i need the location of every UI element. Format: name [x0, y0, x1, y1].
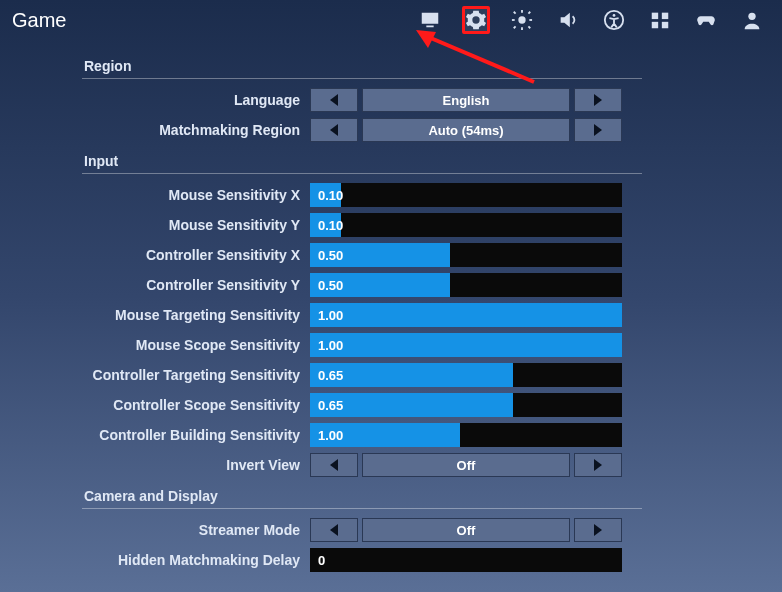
sensitivity-slider[interactable]: 1.00 [310, 303, 622, 327]
streamer-value[interactable]: Off [362, 518, 570, 542]
svg-line-7 [528, 12, 530, 14]
sensitivity-label: Mouse Targeting Sensitivity [82, 307, 310, 323]
language-value[interactable]: English [362, 88, 570, 112]
input-bindings-icon[interactable] [646, 6, 674, 34]
invert-next-button[interactable] [574, 453, 622, 477]
row-language: Language English [82, 85, 642, 115]
label-invert-view: Invert View [82, 457, 310, 473]
sensitivity-label: Controller Targeting Sensitivity [82, 367, 310, 383]
sensitivity-label: Mouse Sensitivity X [82, 187, 310, 203]
invert-prev-button[interactable] [310, 453, 358, 477]
account-icon[interactable] [738, 6, 766, 34]
streamer-prev-button[interactable] [310, 518, 358, 542]
row-sensitivity: Mouse Sensitivity Y0.10 [82, 210, 642, 240]
content-area: Region Language English Matchmaking Regi… [0, 42, 782, 592]
section-camera-display: Camera and Display [82, 484, 642, 509]
matchmaking-value[interactable]: Auto (54ms) [362, 118, 570, 142]
sensitivity-slider[interactable]: 1.00 [310, 333, 622, 357]
sensitivity-label: Controller Sensitivity X [82, 247, 310, 263]
page-title: Game [8, 9, 66, 32]
hidden-delay-input[interactable]: 0 [310, 548, 622, 572]
matchmaking-next-button[interactable] [574, 118, 622, 142]
row-sensitivity: Mouse Targeting Sensitivity1.00 [82, 300, 642, 330]
language-prev-button[interactable] [310, 88, 358, 112]
svg-line-5 [514, 12, 516, 14]
row-sensitivity: Controller Scope Sensitivity0.65 [82, 390, 642, 420]
sensitivity-value: 0.65 [310, 398, 343, 413]
row-matchmaking-region: Matchmaking Region Auto (54ms) [82, 115, 642, 145]
sensitivity-label: Mouse Scope Sensitivity [82, 337, 310, 353]
sensitivity-label: Controller Scope Sensitivity [82, 397, 310, 413]
svg-point-0 [518, 16, 525, 23]
label-hidden-delay: Hidden Matchmaking Delay [82, 552, 310, 568]
svg-rect-11 [652, 13, 658, 19]
accessibility-icon[interactable] [600, 6, 628, 34]
row-hidden-matchmaking-delay: Hidden Matchmaking Delay 0 [82, 545, 642, 572]
row-sensitivity: Controller Sensitivity Y0.50 [82, 270, 642, 300]
hidden-delay-value: 0 [318, 553, 325, 568]
gear-icon[interactable] [462, 6, 490, 34]
row-sensitivity: Controller Targeting Sensitivity0.65 [82, 360, 642, 390]
sensitivity-slider[interactable]: 0.50 [310, 243, 622, 267]
label-streamer-mode: Streamer Mode [82, 522, 310, 538]
matchmaking-prev-button[interactable] [310, 118, 358, 142]
sensitivity-slider[interactable]: 0.10 [310, 183, 622, 207]
sensitivity-slider[interactable]: 0.65 [310, 393, 622, 417]
sensitivity-value: 0.50 [310, 278, 343, 293]
sensitivity-value: 1.00 [310, 308, 343, 323]
sensitivity-slider[interactable]: 0.50 [310, 273, 622, 297]
svg-point-15 [748, 13, 755, 20]
streamer-next-button[interactable] [574, 518, 622, 542]
row-sensitivity: Controller Building Sensitivity1.00 [82, 420, 642, 450]
label-language: Language [82, 92, 310, 108]
sensitivity-value: 0.10 [310, 188, 343, 203]
row-sensitivity: Mouse Scope Sensitivity1.00 [82, 330, 642, 360]
topbar: Game [0, 0, 782, 40]
sensitivity-value: 1.00 [310, 338, 343, 353]
svg-rect-12 [662, 13, 668, 19]
svg-rect-13 [652, 22, 658, 28]
sensitivity-label: Mouse Sensitivity Y [82, 217, 310, 233]
sensitivity-slider[interactable]: 0.65 [310, 363, 622, 387]
section-input: Input [82, 149, 642, 174]
svg-point-10 [613, 14, 616, 17]
audio-icon[interactable] [554, 6, 582, 34]
sensitivity-slider[interactable]: 1.00 [310, 423, 622, 447]
row-sensitivity: Mouse Sensitivity X0.10 [82, 180, 642, 210]
section-region: Region [82, 54, 642, 79]
svg-rect-14 [662, 22, 668, 28]
sensitivity-label: Controller Building Sensitivity [82, 427, 310, 443]
language-next-button[interactable] [574, 88, 622, 112]
settings-panel: Region Language English Matchmaking Regi… [82, 54, 642, 572]
svg-line-6 [528, 26, 530, 28]
row-invert-view: Invert View Off [82, 450, 642, 480]
sensitivity-value: 0.50 [310, 248, 343, 263]
sensitivity-value: 0.65 [310, 368, 343, 383]
invert-value[interactable]: Off [362, 453, 570, 477]
display-icon[interactable] [416, 6, 444, 34]
label-matchmaking-region: Matchmaking Region [82, 122, 310, 138]
sensitivity-value: 0.10 [310, 218, 343, 233]
controller-icon[interactable] [692, 6, 720, 34]
row-streamer-mode: Streamer Mode Off [82, 515, 642, 545]
brightness-icon[interactable] [508, 6, 536, 34]
settings-tabs [416, 6, 774, 34]
svg-line-8 [514, 26, 516, 28]
sensitivity-label: Controller Sensitivity Y [82, 277, 310, 293]
sensitivity-slider[interactable]: 0.10 [310, 213, 622, 237]
row-sensitivity: Controller Sensitivity X0.50 [82, 240, 642, 270]
sensitivity-value: 1.00 [310, 428, 343, 443]
